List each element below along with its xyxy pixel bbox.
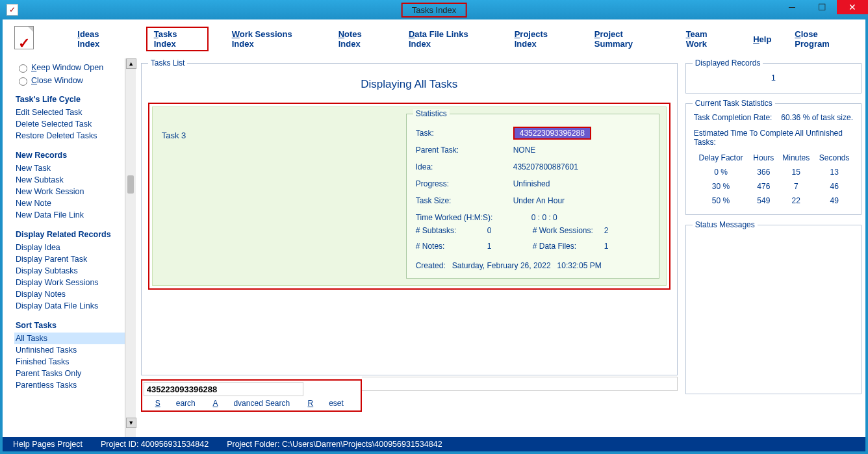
nav-help-label: elp (760, 34, 772, 44)
sidebar-sort-finished[interactable]: Finished Tasks (16, 356, 125, 368)
nav-tasks-index[interactable]: Tasks Index (146, 27, 209, 51)
stat-subtasks-value: 0 (487, 226, 492, 242)
stat-idea-value: 435207800887601 (513, 162, 578, 171)
stat-datafiles-label: # Data Files: (533, 242, 604, 257)
task-panel[interactable]: Task 3 Statistics Task: 435223093396288 … (152, 107, 667, 286)
stat-timeworked-label: Time Worked (H:M:S): (416, 213, 513, 222)
sidebar-scrollbar[interactable]: ▲ ▼ (125, 58, 136, 440)
sidebar-sort-parentless[interactable]: Parentless Tasks (16, 379, 125, 391)
task-name: Task 3 (153, 107, 406, 285)
sidebar-display-parent-task[interactable]: Display Parent Task (16, 253, 125, 265)
reset-button[interactable]: Reset (308, 399, 344, 408)
displayed-records-count: 1 (693, 70, 854, 86)
maximize-button[interactable]: ☐ (807, 0, 837, 14)
sidebar-delete-task[interactable]: Delete Selected Task (16, 118, 125, 130)
stat-subtasks-label: # Subtasks: (416, 226, 487, 242)
stat-progress-value: Unfinished (513, 179, 550, 188)
status-help-project: Help Pages Project (13, 440, 83, 449)
section-new-records: New Records (16, 151, 125, 160)
sidebar-display-idea[interactable]: Display Idea (16, 242, 125, 253)
stat-size-label: Task Size: (416, 196, 513, 205)
radio-keep-window-open[interactable]: Keep Window Open (16, 62, 125, 73)
scroll-thumb[interactable] (127, 175, 134, 194)
displayed-records-legend: Displayed Records (693, 58, 763, 68)
section-life-cycle: Task's Life Cycle (16, 95, 125, 104)
stat-parent-value: NONE (513, 145, 536, 155)
sidebar-edit-task[interactable]: Edit Selected Task (16, 107, 125, 118)
stat-size-value: Under An Hour (513, 196, 565, 205)
sidebar-sort-all-tasks[interactable]: All Tasks (14, 333, 125, 344)
nav-work-sessions-index[interactable]: Work Sessions Index (232, 29, 315, 49)
nav-help[interactable]: Help (753, 34, 771, 44)
estimated-time-heading: Estimated Time To Complete All Unfinishe… (693, 125, 854, 151)
nav-projects-label: rojects Index (515, 29, 548, 49)
col-hours: Hours (749, 151, 778, 165)
stat-task-label: Task: (416, 129, 513, 138)
nav-summary-label: roject Summary (594, 29, 633, 49)
displaying-heading: Displaying All Tasks (148, 78, 670, 91)
search-input[interactable] (144, 382, 303, 396)
stat-progress-label: Progress: (416, 179, 513, 188)
stat-task-value: 435223093396288 (513, 127, 591, 140)
table-row: 50 % 549 22 49 (693, 194, 854, 208)
sidebar-display-subtasks[interactable]: Display Subtasks (16, 265, 125, 277)
stat-timeworked-value: 0 : 0 : 0 (513, 213, 557, 222)
current-task-stats-panel: Current Task Statistics Task Completion … (685, 99, 862, 215)
sidebar-sort-unfinished[interactable]: Unfinished Tasks (16, 344, 125, 356)
close-button[interactable]: ✕ (837, 0, 868, 14)
minimize-button[interactable]: ─ (777, 0, 807, 14)
sidebar-new-data-file-link[interactable]: New Data File Link (16, 209, 125, 221)
table-row: 30 % 476 7 46 (693, 179, 854, 194)
search-button[interactable]: Search (155, 399, 196, 408)
section-sort-tasks: Sort Tasks (16, 321, 125, 330)
nav-notes-index[interactable]: Notes Index (338, 29, 385, 49)
nav-projects-index[interactable]: Projects Index (515, 29, 571, 49)
nav-project-summary[interactable]: Project Summary (594, 29, 663, 49)
col-minutes: Minutes (778, 151, 814, 165)
nav-ideas-label: deas Index (77, 29, 99, 49)
scroll-down-icon[interactable]: ▼ (126, 418, 136, 428)
scroll-up-icon[interactable]: ▲ (126, 58, 136, 69)
nav-team-work[interactable]: Team Work (686, 29, 730, 49)
stat-notes-value: 1 (487, 242, 492, 257)
advanced-search-button[interactable]: Advanced Search (212, 399, 290, 408)
app-icon: ✓ (6, 4, 18, 16)
search-input-extension[interactable] (362, 377, 678, 391)
status-project-id: Project ID: 400956931534842 (101, 440, 209, 449)
sidebar-display-notes[interactable]: Display Notes (16, 288, 125, 300)
tasks-list-legend: Tasks List (148, 58, 188, 68)
table-row: 0 % 366 15 13 (693, 165, 854, 179)
sidebar-new-subtask[interactable]: New Subtask (16, 174, 125, 186)
sidebar-display-data-file-links[interactable]: Display Data File Links (16, 300, 125, 312)
radio-close-window[interactable]: Close Window (16, 75, 125, 86)
nav-data-file-links-index[interactable]: Data File Links Index (409, 29, 491, 49)
estimated-time-table: Delay Factor Hours Minutes Seconds 0 % 3… (693, 151, 854, 208)
tasks-list-panel: Tasks List Displaying All Tasks Task 3 S… (141, 58, 678, 375)
radio-keep-input[interactable] (19, 64, 27, 73)
sidebar-new-task[interactable]: New Task (16, 162, 125, 174)
section-display-related: Display Related Records (16, 230, 125, 239)
nav-ideas-index[interactable]: Ideas Index (77, 29, 122, 49)
col-seconds: Seconds (814, 151, 854, 165)
stat-created-time: 10:32:05 PM (557, 261, 602, 270)
stat-parent-label: Parent Task: (416, 145, 513, 155)
sidebar-display-work-sessions[interactable]: Display Work Sessions (16, 277, 125, 288)
stat-datafiles-value: 1 (604, 242, 609, 257)
status-project-folder: Project Folder: C:\Users\Darren\Projects… (227, 440, 442, 449)
main-nav: ✓ Ideas Index Tasks Index Work Sessions … (3, 19, 865, 58)
sidebar-sort-parent-only[interactable]: Parent Tasks Only (16, 368, 125, 379)
statistics-legend: Statistics (413, 109, 450, 118)
sidebar-new-note[interactable]: New Note (16, 197, 125, 209)
completion-rate-label: Task Completion Rate: (694, 113, 772, 122)
status-messages-legend: Status Messages (693, 220, 758, 229)
completion-rate-value: 60.36 % of task size. (781, 113, 853, 122)
stat-ws-label: # Work Sessions: (533, 226, 604, 242)
col-delay: Delay Factor (693, 151, 750, 165)
stat-notes-label: # Notes: (416, 242, 487, 257)
radio-close-input[interactable] (19, 77, 27, 86)
sidebar-new-work-session[interactable]: New Work Session (16, 186, 125, 197)
nav-close-program[interactable]: Close Program (795, 29, 854, 49)
search-area: Search Advanced Search Reset (141, 379, 362, 412)
titlebar: ✓ Tasks Index ─ ☐ ✕ (0, 0, 868, 19)
sidebar-restore-tasks[interactable]: Restore Deleted Tasks (16, 130, 125, 142)
